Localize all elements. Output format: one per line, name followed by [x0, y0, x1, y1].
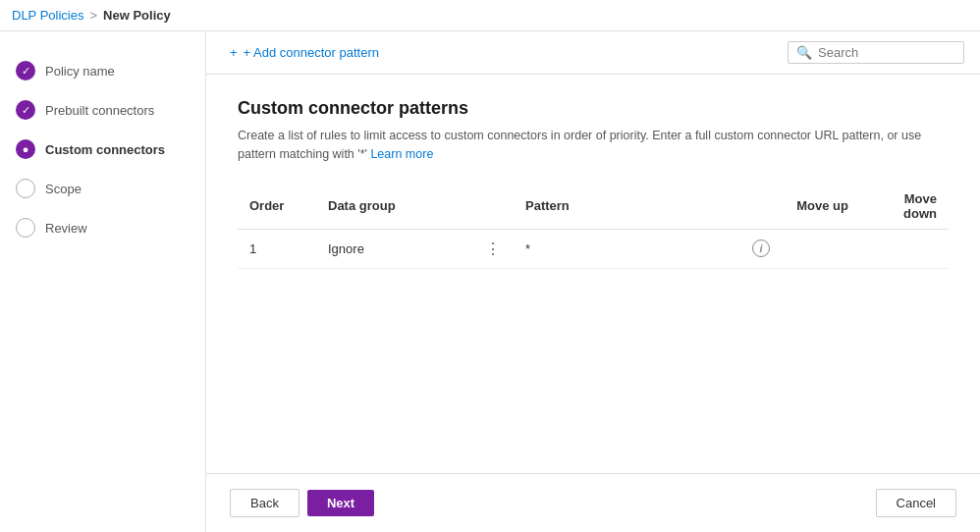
- breadcrumb-parent[interactable]: DLP Policies: [12, 8, 83, 23]
- section-description: Create a list of rules to limit access t…: [238, 127, 925, 164]
- info-icon[interactable]: i: [752, 239, 770, 257]
- description-text: Create a list of rules to limit access t…: [238, 129, 921, 161]
- search-icon: 🔍: [796, 45, 812, 60]
- toolbar: + + Add connector pattern 🔍: [206, 31, 980, 75]
- step-number-custom: ●: [23, 143, 29, 155]
- learn-more-link[interactable]: Learn more: [370, 147, 433, 161]
- top-bar: DLP Policies > New Policy: [0, 0, 980, 31]
- breadcrumb: DLP Policies > New Policy: [12, 8, 171, 23]
- step-circle-review: [16, 218, 35, 238]
- cell-move-up: [782, 229, 860, 268]
- col-info: [740, 184, 782, 230]
- sidebar-label-scope: Scope: [45, 182, 82, 196]
- sidebar-item-review[interactable]: Review: [0, 208, 205, 247]
- step-circle-prebuilt: ✓: [16, 100, 35, 120]
- col-move-down: Move down: [860, 184, 949, 230]
- add-connector-label: + Add connector pattern: [244, 45, 379, 60]
- table-header: Order Data group Pattern Move up Move do…: [238, 184, 949, 230]
- breadcrumb-separator: >: [89, 8, 97, 23]
- table-body: 1 Ignore ⋮ * i: [238, 229, 949, 268]
- order-value: 1: [249, 241, 256, 256]
- back-button[interactable]: Back: [230, 489, 299, 517]
- col-move-up: Move up: [782, 184, 860, 230]
- connector-patterns-table: Order Data group Pattern Move up Move do…: [238, 184, 949, 269]
- table-header-row: Order Data group Pattern Move up Move do…: [238, 184, 949, 230]
- content-area: + + Add connector pattern 🔍 Custom conne…: [206, 31, 980, 532]
- section-title: Custom connector patterns: [238, 98, 949, 119]
- main-layout: ✓ Policy name ✓ Prebuilt connectors ● Cu…: [0, 31, 980, 532]
- sidebar-label-prebuilt: Prebuilt connectors: [45, 103, 154, 118]
- checkmark-icon: ✓: [22, 65, 30, 78]
- cell-order: 1: [238, 229, 316, 268]
- col-order: Order: [238, 184, 316, 230]
- data-group-value: Ignore: [328, 241, 364, 256]
- sidebar-item-prebuilt-connectors[interactable]: ✓ Prebuilt connectors: [0, 90, 205, 130]
- sidebar-label-review: Review: [45, 221, 87, 236]
- table-row: 1 Ignore ⋮ * i: [238, 229, 949, 268]
- col-pattern: Pattern: [514, 184, 740, 230]
- cell-data-group: Ignore: [316, 229, 473, 268]
- sidebar-item-policy-name[interactable]: ✓ Policy name: [0, 51, 205, 90]
- sidebar-label-custom: Custom connectors: [45, 142, 165, 157]
- page-content: Custom connector patterns Create a list …: [206, 75, 980, 473]
- cell-info[interactable]: i: [740, 229, 782, 268]
- checkmark-icon-2: ✓: [22, 104, 30, 117]
- sidebar-item-scope[interactable]: Scope: [0, 169, 205, 208]
- step-circle-scope: [16, 179, 35, 198]
- col-data-group: Data group: [316, 184, 473, 230]
- sidebar: ✓ Policy name ✓ Prebuilt connectors ● Cu…: [0, 31, 206, 532]
- step-circle-custom: ●: [16, 139, 35, 159]
- cell-context-menu[interactable]: ⋮: [473, 229, 514, 268]
- footer: Back Next Cancel: [206, 473, 980, 532]
- search-box: 🔍: [788, 41, 964, 64]
- cancel-button[interactable]: Cancel: [876, 489, 956, 517]
- plus-icon: +: [230, 45, 238, 60]
- search-input[interactable]: [818, 45, 955, 60]
- cell-move-down: [860, 229, 949, 268]
- sidebar-item-custom-connectors[interactable]: ● Custom connectors: [0, 130, 205, 169]
- col-actions: [473, 184, 514, 230]
- sidebar-label-policy-name: Policy name: [45, 64, 115, 79]
- context-menu-icon[interactable]: ⋮: [485, 240, 502, 257]
- add-connector-pattern-button[interactable]: + + Add connector pattern: [222, 41, 387, 64]
- breadcrumb-current: New Policy: [103, 8, 171, 23]
- step-circle-policy-name: ✓: [16, 61, 35, 80]
- cell-pattern: *: [514, 229, 740, 268]
- pattern-value: *: [525, 241, 530, 256]
- next-button[interactable]: Next: [307, 490, 374, 516]
